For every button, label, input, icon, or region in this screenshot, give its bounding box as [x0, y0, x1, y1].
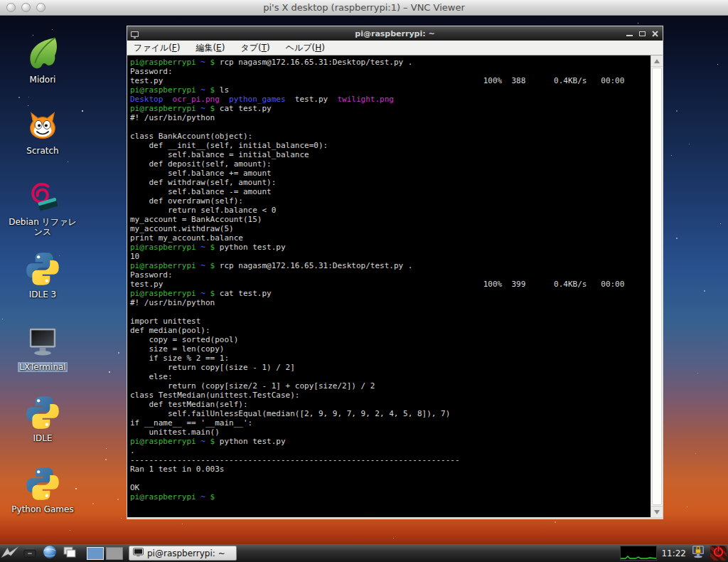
terminal-line: size = len(copy) — [130, 344, 651, 354]
terminal-line: pi@raspberrypi ~ $ ls — [130, 85, 651, 95]
desktop-icon-scratch[interactable]: Scratch — [9, 107, 77, 156]
terminal-line: print my_account.balance — [130, 233, 651, 243]
close-icon[interactable] — [652, 31, 658, 37]
python-icon — [9, 250, 77, 287]
minimize-icon[interactable] — [626, 31, 633, 37]
desktop-icon-idle[interactable]: IDLE — [9, 394, 77, 443]
terminal-window-icon — [133, 546, 144, 560]
terminal-line: OK — [130, 483, 651, 492]
terminal-line: pi@raspberrypi ~ $ cat test.py — [130, 289, 651, 298]
desktop-icon-python-games[interactable]: Python Games — [9, 465, 77, 514]
terminal-line: import unittest — [130, 317, 651, 326]
terminal-menu-item-1[interactable]: 編集(E) — [196, 42, 225, 54]
terminal-line: copy = sorted(pool) — [130, 335, 651, 344]
close-circle-icon[interactable] — [6, 3, 16, 12]
terminal-line: test.py 100% 388 0.4KB/s 00:00 — [130, 76, 651, 85]
terminal-line: if size % 2 == 1: — [130, 354, 651, 363]
terminal-line: if __name__ == '__main__': — [130, 418, 651, 428]
terminal-menu-item-2[interactable]: タブ(T) — [240, 42, 269, 54]
terminal-window-title: pi@raspberrypi: ~ — [355, 29, 434, 38]
task-button-label: pi@raspberrypi: ~ — [147, 548, 225, 558]
taskbar-clock[interactable]: 11:22 — [661, 548, 686, 558]
terminal-line: def deposit(self, amount): — [130, 159, 651, 169]
file-manager-button[interactable] — [20, 544, 40, 562]
web-browser-icon — [43, 545, 57, 562]
terminal-scrollbar[interactable] — [651, 55, 663, 517]
terminal-line — [130, 307, 651, 317]
desktop-icon-label: IDLE 3 — [9, 290, 77, 299]
terminal-window: pi@raspberrypi: ~ ファイル(F)編集(E)タブ(T)ヘルプ(H… — [127, 26, 663, 519]
terminal-line: def overdrawn(self): — [130, 196, 651, 206]
scratch-cat-icon — [9, 107, 77, 144]
terminal-titlebar[interactable]: pi@raspberrypi: ~ — [127, 26, 663, 41]
terminal-line: Ran 1 test in 0.003s — [130, 465, 651, 474]
taskbar-task-button[interactable]: pi@raspberrypi: ~ — [129, 546, 237, 561]
workspace-1[interactable] — [87, 547, 104, 560]
terminal-line: return copy[(size - 1) / 2] — [130, 363, 651, 372]
terminal-line: return (copy[size/2 - 1] + copy[size/2])… — [130, 381, 651, 391]
terminal-line: self.balance += amount — [130, 169, 651, 178]
midori-leaf-icon — [9, 36, 77, 73]
logout-button[interactable] — [710, 546, 727, 561]
vnc-titlebar[interactable]: pi's X desktop (raspberrypi:1) – VNC Vie… — [0, 0, 728, 16]
desktop-icon-label: Debian リファレンス — [9, 217, 77, 237]
scrollbar-thumb[interactable] — [652, 68, 662, 505]
terminal-line: pi@raspberrypi ~ $ rcp nagasm@172.16.65.… — [130, 261, 651, 270]
terminal-line: my_account = BankAccount(15) — [130, 215, 651, 224]
workspace-2[interactable] — [106, 547, 123, 560]
terminal-body: pi@raspberrypi ~ $ rcp nagasm@172.16.65.… — [127, 55, 663, 517]
workspace-pager — [87, 547, 123, 560]
terminal-line: def __init__(self, initial_balance=0): — [130, 141, 651, 150]
terminal-line: . — [130, 446, 651, 455]
desktop-icon-idle-3[interactable]: IDLE 3 — [9, 250, 77, 299]
minimize-circle-icon[interactable] — [21, 3, 31, 12]
terminal-line: def testMedian(self): — [130, 400, 651, 409]
desktop-icon-midori[interactable]: Midori — [9, 36, 77, 85]
terminal-output[interactable]: pi@raspberrypi ~ $ rcp nagasm@172.16.65.… — [127, 55, 651, 517]
show-desktop-button[interactable] — [60, 544, 80, 562]
desktop-icon-label: IDLE — [9, 433, 77, 443]
vnc-window-title: pi's X desktop (raspberrypi:1) – VNC Vie… — [0, 2, 728, 13]
zoom-circle-icon[interactable] — [36, 3, 46, 12]
terminal-line: unittest.main() — [130, 428, 651, 437]
lxde-menu-button[interactable] — [0, 544, 20, 562]
desktop-icon-label: Midori — [9, 75, 77, 85]
file-manager-icon — [23, 546, 37, 561]
python-icon — [9, 394, 77, 431]
terminal-line: pi@raspberrypi ~ $ rcp nagasm@172.16.65.… — [130, 58, 651, 67]
terminal-menu-item-0[interactable]: ファイル(F) — [134, 42, 180, 54]
terminal-line: #! /usr/bin/python — [130, 298, 651, 307]
terminal-menu-item-3[interactable]: ヘルプ(H) — [286, 42, 325, 54]
monitor-icon — [9, 323, 77, 360]
debian-swirl-icon — [9, 178, 77, 215]
desktop-icon-label: LXTerminal — [9, 362, 77, 372]
terminal-line: return self.balance < 0 — [130, 206, 651, 215]
web-browser-button[interactable] — [40, 544, 60, 562]
screenlock-icon[interactable] — [690, 544, 706, 562]
terminal-line: class BankAccount(object): — [130, 132, 651, 141]
terminal-line — [130, 474, 651, 483]
terminal-app-icon — [130, 28, 139, 42]
python-icon — [9, 465, 77, 502]
terminal-line — [130, 122, 651, 132]
terminal-line: my_account.withdraw(5) — [130, 224, 651, 233]
terminal-line: ----------------------------------------… — [130, 455, 651, 465]
desktop-icon-debian-[interactable]: Debian リファレンス — [9, 178, 77, 237]
vnc-window-buttons — [6, 3, 46, 12]
terminal-line: Desktop ocr_pi.png python_games test.py … — [130, 95, 651, 104]
taskbar: pi@raspberrypi: ~ 11:22 — [0, 544, 728, 562]
show-desktop-icon — [63, 546, 77, 561]
cpu-monitor-graph[interactable] — [620, 546, 657, 561]
desktop-icon-label: Python Games — [9, 504, 77, 514]
maximize-icon[interactable] — [639, 31, 646, 37]
terminal-line: pi@raspberrypi ~ $ python test.py — [130, 243, 651, 252]
terminal-line: self.failUnlessEqual(median([2, 9, 9, 7,… — [130, 409, 651, 418]
terminal-line: #! /usr/bin/python — [130, 113, 651, 122]
desktop-icon-label: Scratch — [9, 146, 77, 156]
logout-power-icon — [713, 546, 724, 560]
desktop-icon-lxterminal[interactable]: LXTerminal — [9, 323, 77, 372]
scroll-up-icon[interactable] — [651, 55, 663, 67]
scroll-down-icon[interactable] — [651, 506, 663, 517]
terminal-line: pi@raspberrypi ~ $ python test.py — [130, 437, 651, 446]
terminal-line: Password: — [130, 270, 651, 280]
